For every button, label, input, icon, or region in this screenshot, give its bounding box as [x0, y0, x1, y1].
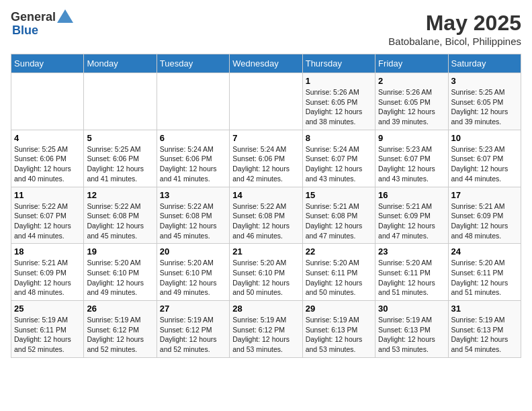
calendar-cell: 9Sunrise: 5:23 AM Sunset: 6:07 PM Daylig… — [375, 130, 448, 187]
day-info: Sunrise: 5:20 AM Sunset: 6:10 PM Dayligh… — [160, 258, 226, 298]
calendar-cell: 7Sunrise: 5:24 AM Sunset: 6:06 PM Daylig… — [230, 130, 302, 187]
day-info: Sunrise: 5:22 AM Sunset: 6:07 PM Dayligh… — [14, 201, 81, 241]
calendar-cell: 28Sunrise: 5:19 AM Sunset: 6:12 PM Dayli… — [230, 301, 302, 358]
calendar-cell: 6Sunrise: 5:24 AM Sunset: 6:06 PM Daylig… — [157, 130, 229, 187]
day-info: Sunrise: 5:26 AM Sunset: 6:05 PM Dayligh… — [378, 87, 445, 127]
day-info: Sunrise: 5:25 AM Sunset: 6:06 PM Dayligh… — [14, 144, 81, 184]
day-number: 19 — [87, 246, 153, 257]
day-number: 22 — [306, 246, 372, 257]
day-info: Sunrise: 5:19 AM Sunset: 6:11 PM Dayligh… — [14, 315, 81, 355]
calendar-cell: 10Sunrise: 5:23 AM Sunset: 6:07 PM Dayli… — [448, 130, 521, 187]
calendar-cell — [230, 73, 302, 130]
logo: General Blue — [11, 11, 73, 38]
day-number: 14 — [232, 190, 299, 200]
day-info: Sunrise: 5:20 AM Sunset: 6:10 PM Dayligh… — [232, 258, 299, 298]
day-info: Sunrise: 5:19 AM Sunset: 6:12 PM Dayligh… — [87, 315, 153, 355]
month-year: May 2025 — [388, 11, 521, 36]
day-number: 17 — [451, 190, 518, 200]
day-number: 13 — [160, 190, 226, 200]
calendar-cell: 8Sunrise: 5:24 AM Sunset: 6:07 PM Daylig… — [302, 130, 375, 187]
calendar-cell: 29Sunrise: 5:19 AM Sunset: 6:13 PM Dayli… — [302, 301, 375, 358]
calendar-cell: 22Sunrise: 5:20 AM Sunset: 6:11 PM Dayli… — [302, 244, 375, 301]
day-info: Sunrise: 5:20 AM Sunset: 6:10 PM Dayligh… — [87, 258, 153, 298]
day-info: Sunrise: 5:22 AM Sunset: 6:08 PM Dayligh… — [160, 201, 226, 241]
day-info: Sunrise: 5:21 AM Sunset: 6:09 PM Dayligh… — [378, 201, 445, 241]
day-number: 15 — [306, 190, 372, 200]
day-number: 18 — [14, 246, 81, 257]
calendar-cell — [11, 73, 84, 130]
calendar-cell: 4Sunrise: 5:25 AM Sunset: 6:06 PM Daylig… — [11, 130, 84, 187]
day-number: 9 — [378, 133, 445, 143]
calendar-cell — [157, 73, 229, 130]
title-area: May 2025 Batobalane, Bicol, Philippines — [388, 11, 521, 47]
day-info: Sunrise: 5:22 AM Sunset: 6:08 PM Dayligh… — [87, 201, 153, 241]
day-number: 20 — [160, 246, 226, 257]
day-number: 16 — [378, 190, 445, 200]
day-number: 8 — [306, 133, 372, 143]
calendar-cell: 30Sunrise: 5:19 AM Sunset: 6:13 PM Dayli… — [375, 301, 448, 358]
logo-blue-text: Blue — [11, 24, 73, 38]
calendar-cell: 31Sunrise: 5:19 AM Sunset: 6:13 PM Dayli… — [448, 301, 521, 358]
day-info: Sunrise: 5:24 AM Sunset: 6:06 PM Dayligh… — [160, 144, 226, 184]
day-number: 7 — [232, 133, 299, 143]
day-number: 26 — [87, 304, 153, 314]
calendar-cell: 17Sunrise: 5:21 AM Sunset: 6:09 PM Dayli… — [448, 187, 521, 244]
day-info: Sunrise: 5:21 AM Sunset: 6:09 PM Dayligh… — [14, 258, 81, 298]
day-number: 21 — [232, 246, 299, 257]
calendar-cell: 13Sunrise: 5:22 AM Sunset: 6:08 PM Dayli… — [157, 187, 229, 244]
day-info: Sunrise: 5:19 AM Sunset: 6:12 PM Dayligh… — [232, 315, 299, 355]
day-info: Sunrise: 5:24 AM Sunset: 6:06 PM Dayligh… — [232, 144, 299, 184]
day-info: Sunrise: 5:19 AM Sunset: 6:13 PM Dayligh… — [378, 315, 445, 355]
day-number: 23 — [378, 246, 445, 257]
header: General Blue May 2025 Batobalane, Bicol,… — [11, 11, 521, 47]
calendar-cell: 11Sunrise: 5:22 AM Sunset: 6:07 PM Dayli… — [11, 187, 84, 244]
svg-marker-0 — [57, 9, 73, 23]
day-info: Sunrise: 5:19 AM Sunset: 6:13 PM Dayligh… — [306, 315, 372, 355]
logo-general-text: General — [11, 11, 56, 24]
calendar-cell: 1Sunrise: 5:26 AM Sunset: 6:05 PM Daylig… — [302, 73, 375, 130]
day-info: Sunrise: 5:20 AM Sunset: 6:11 PM Dayligh… — [378, 258, 445, 298]
calendar-cell: 25Sunrise: 5:19 AM Sunset: 6:11 PM Dayli… — [11, 301, 84, 358]
calendar-week-1: 1Sunrise: 5:26 AM Sunset: 6:05 PM Daylig… — [11, 73, 521, 130]
calendar-week-2: 4Sunrise: 5:25 AM Sunset: 6:06 PM Daylig… — [11, 130, 521, 187]
logo-icon — [57, 9, 73, 23]
day-info: Sunrise: 5:21 AM Sunset: 6:08 PM Dayligh… — [306, 201, 372, 241]
calendar-cell: 27Sunrise: 5:19 AM Sunset: 6:12 PM Dayli… — [157, 301, 229, 358]
calendar-cell: 23Sunrise: 5:20 AM Sunset: 6:11 PM Dayli… — [375, 244, 448, 301]
calendar-cell: 18Sunrise: 5:21 AM Sunset: 6:09 PM Dayli… — [11, 244, 84, 301]
day-number: 3 — [451, 76, 518, 86]
calendar-cell: 14Sunrise: 5:22 AM Sunset: 6:08 PM Dayli… — [230, 187, 302, 244]
day-number: 27 — [160, 304, 226, 314]
header-day-monday: Monday — [84, 54, 157, 73]
day-number: 1 — [306, 76, 372, 86]
calendar-cell: 24Sunrise: 5:20 AM Sunset: 6:11 PM Dayli… — [448, 244, 521, 301]
day-info: Sunrise: 5:19 AM Sunset: 6:13 PM Dayligh… — [451, 315, 518, 355]
day-number: 12 — [87, 190, 153, 200]
day-info: Sunrise: 5:25 AM Sunset: 6:05 PM Dayligh… — [451, 87, 518, 127]
day-number: 29 — [306, 304, 372, 314]
day-number: 24 — [451, 246, 518, 257]
day-info: Sunrise: 5:20 AM Sunset: 6:11 PM Dayligh… — [451, 258, 518, 298]
day-number: 25 — [14, 304, 81, 314]
location: Batobalane, Bicol, Philippines — [388, 36, 521, 47]
day-info: Sunrise: 5:26 AM Sunset: 6:05 PM Dayligh… — [306, 87, 372, 127]
calendar-cell: 16Sunrise: 5:21 AM Sunset: 6:09 PM Dayli… — [375, 187, 448, 244]
day-info: Sunrise: 5:25 AM Sunset: 6:06 PM Dayligh… — [87, 144, 153, 184]
day-info: Sunrise: 5:20 AM Sunset: 6:11 PM Dayligh… — [306, 258, 372, 298]
calendar-cell: 21Sunrise: 5:20 AM Sunset: 6:10 PM Dayli… — [230, 244, 302, 301]
day-number: 4 — [14, 133, 81, 143]
calendar-cell: 12Sunrise: 5:22 AM Sunset: 6:08 PM Dayli… — [84, 187, 157, 244]
day-info: Sunrise: 5:22 AM Sunset: 6:08 PM Dayligh… — [232, 201, 299, 241]
calendar-week-5: 25Sunrise: 5:19 AM Sunset: 6:11 PM Dayli… — [11, 301, 521, 358]
day-number: 31 — [451, 304, 518, 314]
header-day-thursday: Thursday — [302, 54, 375, 73]
header-day-friday: Friday — [375, 54, 448, 73]
calendar-header-row: SundayMondayTuesdayWednesdayThursdayFrid… — [11, 54, 521, 73]
calendar-cell — [84, 73, 157, 130]
header-day-sunday: Sunday — [11, 54, 84, 73]
header-day-wednesday: Wednesday — [230, 54, 302, 73]
day-info: Sunrise: 5:24 AM Sunset: 6:07 PM Dayligh… — [306, 144, 372, 184]
calendar-cell: 20Sunrise: 5:20 AM Sunset: 6:10 PM Dayli… — [157, 244, 229, 301]
day-number: 10 — [451, 133, 518, 143]
calendar-cell: 5Sunrise: 5:25 AM Sunset: 6:06 PM Daylig… — [84, 130, 157, 187]
